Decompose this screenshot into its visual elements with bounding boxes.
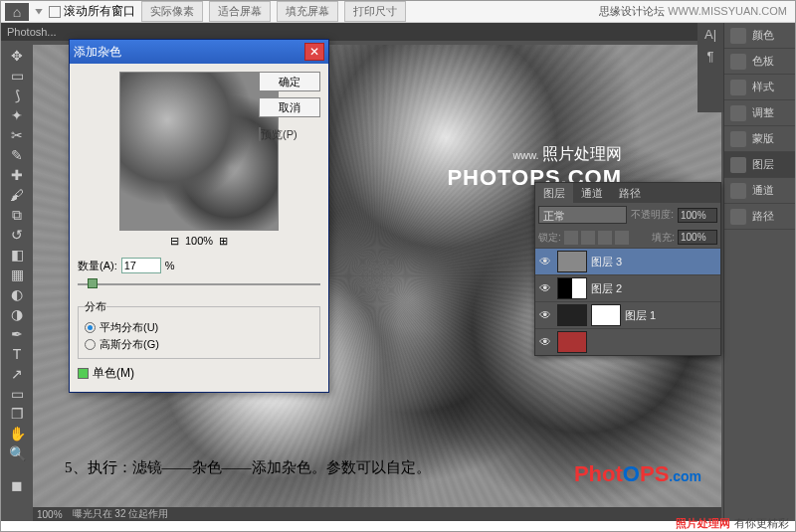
layer-row-bg[interactable]: 👁 (535, 328, 720, 355)
layer-name: 图层 1 (625, 308, 656, 323)
move-tool-icon[interactable]: ✥ (5, 47, 29, 65)
layers-panel: 图层 通道 路径 正常 不透明度: 100% 锁定: 填充: 100% 👁 图层… (534, 182, 721, 356)
palette-icon (730, 28, 746, 44)
forum-credit: 思缘设计论坛 WWW.MISSYUAN.COM (599, 4, 787, 19)
shape-tool-icon[interactable]: ▭ (5, 385, 29, 403)
layer-thumb (557, 304, 587, 326)
right-panels: 颜色 色板 样式 调整 蒙版 图层 通道 路径 (723, 23, 795, 521)
lock-label: 锁定: (538, 231, 561, 245)
home-icon[interactable]: ⌂ (5, 3, 29, 21)
step-caption: 5、执行：滤镜——杂色——添加杂色。参数可以自定。 (65, 458, 431, 477)
scroll-all-check[interactable]: 滚动所有窗口 (49, 3, 135, 20)
opacity-value[interactable]: 100% (678, 208, 717, 223)
layer-thumb (557, 331, 587, 353)
gaussian-radio[interactable]: 高斯分布(G) (85, 337, 313, 352)
fill-label: 填充: (652, 231, 675, 245)
visibility-icon[interactable]: 👁 (537, 281, 553, 295)
eyedropper-tool-icon[interactable]: ✎ (5, 146, 29, 164)
eraser-tool-icon[interactable]: ◧ (5, 246, 29, 264)
panel-color[interactable]: 颜色 (724, 23, 795, 49)
adjust-icon (730, 105, 746, 121)
dialog-titlebar[interactable]: 添加杂色 ✕ (70, 40, 328, 64)
fit-screen-button[interactable]: 适合屏幕 (209, 1, 271, 22)
gradient-tool-icon[interactable]: ▦ (5, 266, 29, 283)
tab-layers[interactable]: 图层 (535, 183, 573, 203)
heal-tool-icon[interactable]: ✚ (5, 166, 29, 184)
document-tab[interactable]: Photosh... (7, 26, 57, 38)
dialog-title: 添加杂色 (74, 44, 304, 61)
styles-icon (730, 80, 746, 95)
layer-row[interactable]: 👁 图层 2 (535, 274, 720, 301)
lock-all-icon[interactable] (615, 231, 629, 245)
mask-icon (730, 131, 746, 147)
layer-row[interactable]: 👁 图层 1 (535, 301, 720, 328)
blend-mode-select[interactable]: 正常 (538, 206, 627, 224)
layer-row[interactable]: 👁 图层 3 (535, 248, 720, 274)
panel-channels[interactable]: 通道 (724, 178, 795, 204)
swatch-fg-bg-icon[interactable]: ◼ (5, 472, 29, 498)
visibility-icon[interactable]: 👁 (537, 255, 553, 268)
panel-mask[interactable]: 蒙版 (724, 126, 795, 152)
swatches-icon (730, 54, 746, 70)
blur-tool-icon[interactable]: ◐ (5, 285, 29, 303)
visibility-icon[interactable]: 👁 (537, 308, 553, 322)
cancel-button[interactable]: 取消 (259, 97, 320, 117)
amount-input[interactable] (121, 258, 161, 273)
path-tool-icon[interactable]: ↗ (5, 365, 29, 383)
tab-channels[interactable]: 通道 (573, 183, 611, 203)
panel-layers[interactable]: 图层 (724, 152, 795, 178)
zoom-in-icon[interactable]: ⊞ (219, 235, 228, 247)
dropdown-icon[interactable] (35, 9, 43, 15)
mono-check[interactable]: 单色(M) (78, 365, 320, 382)
canvas-status: 100% 曝光只在 32 位起作用 (33, 507, 721, 521)
type-tool-icon[interactable]: T (5, 345, 29, 363)
layer-thumb (557, 251, 587, 272)
channels-icon (730, 183, 746, 199)
panel-styles[interactable]: 样式 (724, 75, 795, 100)
add-noise-dialog: 添加杂色 ✕ 确定 取消 预览(P) ⊟ 100% ⊞ 数量(A): % 分布 … (69, 39, 329, 393)
actual-pixels-button[interactable]: 实际像素 (141, 1, 203, 22)
uniform-radio[interactable]: 平均分布(U) (85, 320, 313, 335)
paths-icon (730, 209, 746, 225)
logo-photops: PhotOPS.com (574, 461, 701, 487)
dist-legend: 分布 (85, 299, 106, 314)
amount-slider[interactable] (78, 275, 320, 293)
distribution-group: 分布 平均分布(U) 高斯分布(G) (78, 299, 320, 359)
preview-check[interactable]: 预览(P) (259, 127, 320, 142)
zoom-value[interactable]: 100% (37, 509, 63, 520)
lasso-tool-icon[interactable]: ⟆ (5, 87, 29, 104)
panel-swatches[interactable]: 色板 (724, 49, 795, 75)
character-panel-icon[interactable]: A| (697, 23, 723, 45)
zoom-out-icon[interactable]: ⊟ (170, 235, 179, 247)
zoom-percent: 100% (185, 235, 213, 247)
dodge-tool-icon[interactable]: ◑ (5, 305, 29, 323)
toolbox: ✥ ▭ ⟆ ✦ ✂ ✎ ✚ 🖌 ⧉ ↺ ◧ ▦ ◐ ◑ ✒ T ↗ ▭ ❒ ✋ … (3, 45, 31, 521)
crop-tool-icon[interactable]: ✂ (5, 126, 29, 144)
panel-adjust[interactable]: 调整 (724, 100, 795, 126)
stamp-tool-icon[interactable]: ⧉ (5, 206, 29, 224)
brush-tool-icon[interactable]: 🖌 (5, 186, 29, 204)
paragraph-panel-icon[interactable]: ¶ (697, 45, 723, 67)
fill-screen-button[interactable]: 填充屏幕 (277, 1, 338, 22)
wand-tool-icon[interactable]: ✦ (5, 106, 29, 124)
lock-trans-icon[interactable] (564, 231, 578, 245)
layer-thumb (557, 277, 587, 299)
fill-value[interactable]: 100% (678, 230, 717, 245)
history-brush-icon[interactable]: ↺ (5, 226, 29, 244)
visibility-icon[interactable]: 👁 (537, 335, 553, 349)
status-info: 曝光只在 32 位起作用 (73, 507, 169, 521)
zoom-tool-icon[interactable]: 🔍 (5, 444, 29, 462)
print-size-button[interactable]: 打印尺寸 (344, 1, 406, 22)
tab-paths[interactable]: 路径 (611, 183, 649, 203)
pen-tool-icon[interactable]: ✒ (5, 325, 29, 343)
marquee-tool-icon[interactable]: ▭ (5, 67, 29, 85)
close-icon[interactable]: ✕ (304, 43, 324, 61)
lock-pos-icon[interactable] (598, 231, 612, 245)
hand-tool-icon[interactable]: ✋ (5, 425, 29, 443)
layer-mask-thumb (591, 304, 621, 326)
lock-pixels-icon[interactable] (581, 231, 595, 245)
ok-button[interactable]: 确定 (259, 72, 320, 91)
layer-name: 图层 3 (591, 255, 622, 269)
panel-paths[interactable]: 路径 (724, 204, 795, 230)
3d-tool-icon[interactable]: ❒ (5, 405, 29, 423)
